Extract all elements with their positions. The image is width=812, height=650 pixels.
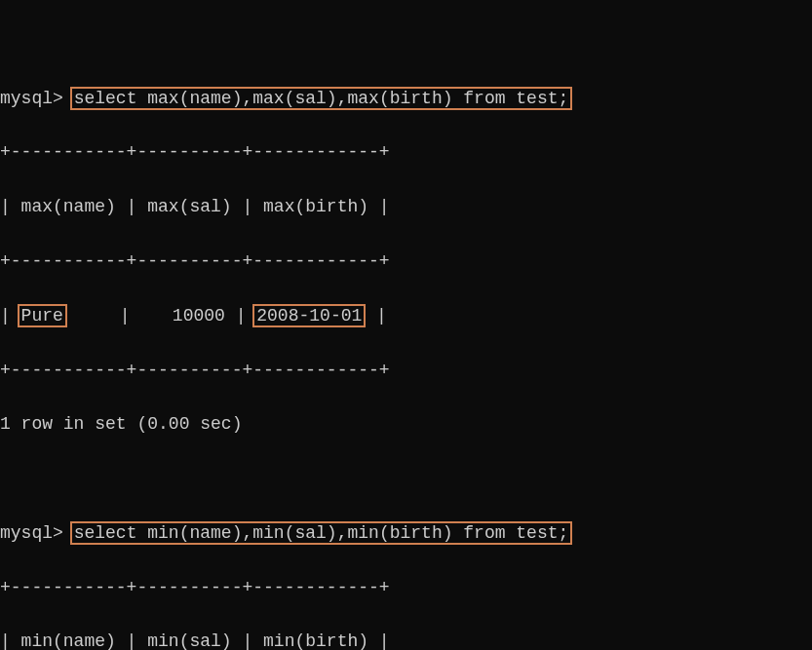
query1-maxname: Pure [18,304,67,327]
blank1 [0,466,812,493]
query1-rowmid: | 10000 | [67,306,256,325]
query1-row: | Pure | 10000 | 2008-10-01 | [0,303,812,330]
query1-sql: select max(name),max(sal),max(birth) fro… [70,87,573,110]
query1-sep-bot: +-----------+----------+------------+ [0,358,812,385]
query1-sep-top: +-----------+----------+------------+ [0,139,812,167]
query1-header: | max(name) | max(sal) | max(birth) | [0,194,812,221]
query2-command: mysql> select min(name),min(sal),min(bir… [0,520,812,548]
query1-rowend: | [366,306,387,325]
query2-sql: select min(name),min(sal),min(birth) fro… [70,521,573,545]
query1-maxbirth: 2008-10-01 [252,304,366,327]
query2-header: | min(name) | min(sal) | min(birth) | [0,629,812,650]
prompt: mysql> [0,89,74,108]
query1-status: 1 row in set (0.00 sec) [0,411,812,439]
prompt: mysql> [0,523,74,543]
query1-command: mysql> select max(name),max(sal),max(bir… [0,86,812,113]
query1-sep-mid: +-----------+----------+------------+ [0,249,812,276]
query2-sep-top: +-----------+----------+------------+ [0,575,812,602]
